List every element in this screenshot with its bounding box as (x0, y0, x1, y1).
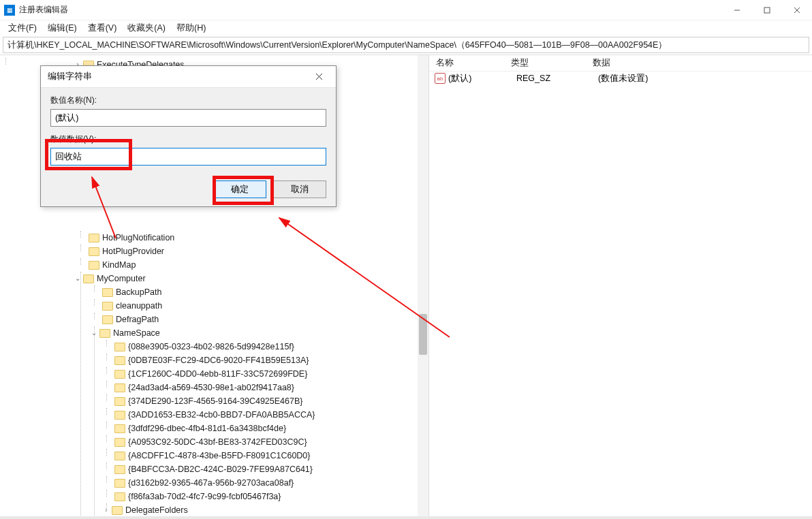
menu-bar: 文件(F) 编辑(E) 查看(V) 收藏夹(A) 帮助(H) (0, 20, 812, 35)
folder-icon (89, 234, 99, 242)
menu-file[interactable]: 文件(F) (3, 21, 42, 35)
string-value-icon: ab (435, 73, 446, 84)
address-bar[interactable]: 计算机\HKEY_LOCAL_MACHINE\SOFTWARE\Microsof… (3, 37, 809, 53)
menu-favorites[interactable]: 收藏夹(A) (122, 21, 171, 35)
tree-node[interactable]: HotPlugNotification (89, 231, 428, 245)
edit-string-dialog: 编辑字符串 数值名称(N): (默认) 数值数据(V): 确定 取消 (40, 65, 337, 207)
folder-icon (114, 370, 125, 379)
tree-node-guid[interactable]: {A0953C92-50DC-43bf-BE83-3742FED03C9C} (114, 435, 428, 449)
tree-label: BackupPath (116, 285, 161, 299)
tree-node-guid[interactable]: {B4BFCC3A-DB2C-424C-B029-7FE99A87C641} (114, 462, 428, 476)
tree-node-guid[interactable]: {d3162b92-9365-467a-956b-92703aca08af} (114, 476, 428, 490)
tree-scrollbar[interactable] (418, 55, 428, 519)
folder-icon (114, 343, 125, 351)
dialog-title-bar[interactable]: 编辑字符串 (41, 66, 336, 88)
tree-node-guid[interactable]: {1CF1260C-4DD0-4ebb-811F-33C572699FDE} (114, 367, 428, 381)
tree-label: {3ADD1653-EB32-4cb0-BBD7-DFA0ABB5ACCA} (128, 408, 315, 422)
tree-node-guid[interactable]: {3ADD1653-EB32-4cb0-BBD7-DFA0ABB5ACCA} (114, 408, 428, 422)
collapse-icon[interactable]: ⌄ (90, 329, 98, 337)
folder-icon (114, 356, 125, 365)
value-data: (数值未设置) (598, 73, 809, 84)
app-title: 注册表编辑器 (19, 4, 722, 16)
tree-label: {374DE290-123F-4565-9164-39C4925E467B} (128, 394, 302, 408)
folder-icon (89, 261, 99, 270)
tree-label: DefragPath (116, 313, 159, 326)
cancel-button[interactable]: 取消 (273, 180, 326, 198)
tree-label: {0DB7E03F-FC29-4DC6-9020-FF41B59E513A} (128, 353, 309, 367)
value-type: REG_SZ (516, 74, 598, 83)
expand-icon[interactable]: › (102, 506, 110, 514)
tree-label: HotPlugNotification (102, 231, 174, 245)
tree-label: {1CF1260C-4DD0-4ebb-811F-33C572699FDE} (128, 367, 307, 381)
folder-icon (114, 438, 125, 447)
folder-icon (114, 492, 125, 501)
dialog-title: 编辑字符串 (48, 71, 309, 82)
close-button[interactable] (782, 0, 812, 20)
folder-icon (114, 424, 125, 433)
tree-node-guid[interactable]: {3dfdf296-dbec-4fb4-81d1-6a3438bcf4de} (114, 422, 428, 435)
tree-label: {B4BFCC3A-DB2C-424C-B029-7FE99A87C641} (128, 462, 313, 476)
folder-icon (102, 302, 113, 311)
dialog-close-button[interactable] (309, 69, 329, 85)
app-icon: ▦ (4, 5, 15, 16)
folder-icon (102, 315, 113, 324)
tree-label: {24ad3ad4-a569-4530-98e1-ab02f9417aa8} (128, 381, 294, 394)
tree-label: MyComputer (97, 272, 146, 285)
folder-icon (89, 247, 99, 256)
title-bar: ▦ 注册表编辑器 (0, 0, 812, 20)
col-type[interactable]: 类型 (504, 57, 586, 69)
folder-icon (114, 411, 125, 420)
folder-icon (112, 506, 123, 515)
tree-label: {d3162b92-9365-467a-956b-92703aca08af} (128, 476, 294, 490)
tree-label: {A0953C92-50DC-43bf-BE83-3742FED03C9C} (128, 435, 307, 449)
window-bottom-border (0, 516, 812, 519)
minimize-button[interactable] (722, 0, 752, 20)
folder-icon (102, 288, 113, 297)
tree-node[interactable]: KindMap (89, 258, 428, 272)
value-row[interactable]: ab (默认) REG_SZ (数值未设置) (429, 72, 812, 85)
ok-button[interactable]: 确定 (213, 180, 266, 198)
menu-edit[interactable]: 编辑(E) (42, 21, 82, 35)
registry-tree-lower[interactable]: HotPlugNotificationHotPlugProviderKindMa… (0, 228, 428, 519)
tree-node-mycomputer[interactable]: ⌄ MyComputer (74, 272, 428, 285)
tree-node-guid[interactable]: {088e3905-0323-4b02-9826-5d99428e115f} (114, 340, 428, 353)
folder-icon (114, 383, 125, 392)
folder-icon (99, 329, 110, 338)
tree-node-guid[interactable]: {24ad3ad4-a569-4530-98e1-ab02f9417aa8} (114, 381, 428, 394)
value-data-input[interactable] (50, 148, 326, 166)
tree-node-delegatefolders[interactable]: › DelegateFolders (102, 503, 428, 517)
folder-icon (114, 452, 125, 460)
tree-node-namespace[interactable]: ⌄ NameSpace (90, 326, 428, 340)
cancel-label: 取消 (291, 184, 309, 195)
tree-node[interactable]: cleanuppath (102, 299, 428, 313)
tree-label: HotPlugProvider (102, 245, 164, 258)
ok-label: 确定 (231, 184, 249, 195)
collapse-icon[interactable]: ⌄ (74, 274, 82, 283)
maximize-button[interactable] (752, 0, 782, 20)
menu-help[interactable]: 帮助(H) (171, 21, 211, 35)
value-name-field[interactable]: (默认) (50, 109, 326, 127)
col-name[interactable]: 名称 (429, 57, 504, 69)
folder-icon (114, 479, 125, 488)
tree-label: cleanuppath (116, 299, 162, 313)
tree-label: {088e3905-0323-4b02-9826-5d99428e115f} (128, 340, 294, 353)
tree-label: KindMap (102, 258, 136, 272)
folder-icon (83, 274, 94, 283)
tree-node[interactable]: HotPlugProvider (89, 245, 428, 258)
scrollbar-thumb[interactable] (419, 314, 427, 355)
folder-icon (114, 465, 125, 474)
folder-icon (114, 397, 125, 406)
column-headers: 名称 类型 数据 (429, 55, 812, 72)
value-data-label: 数值数据(V): (50, 133, 326, 145)
tree-node[interactable]: DefragPath (102, 313, 428, 326)
tree-node-guid[interactable]: {A8CDFF1C-4878-43be-B5FD-F8091C1C60D0} (114, 449, 428, 462)
tree-node-guid[interactable]: {f86fa3ab-70d2-4fc7-9c99-fcbf05467f3a} (114, 490, 428, 503)
tree-node-guid[interactable]: {374DE290-123F-4565-9164-39C4925E467B} (114, 394, 428, 408)
value-name-text: (默认) (55, 112, 78, 124)
close-icon (315, 73, 323, 80)
menu-view[interactable]: 查看(V) (82, 21, 123, 35)
tree-node[interactable]: BackupPath (102, 285, 428, 299)
value-name-label: 数值名称(N): (50, 95, 326, 106)
col-data[interactable]: 数据 (586, 57, 812, 69)
tree-node-guid[interactable]: {0DB7E03F-FC29-4DC6-9020-FF41B59E513A} (114, 353, 428, 367)
